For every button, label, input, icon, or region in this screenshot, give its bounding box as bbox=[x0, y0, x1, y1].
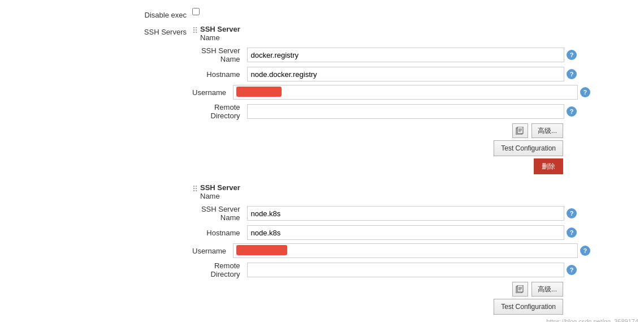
server1-delete-button[interactable]: 删除 bbox=[534, 158, 563, 174]
server2-username-redacted bbox=[236, 245, 287, 255]
server1-remotedir-help-icon[interactable]: ? bbox=[567, 106, 577, 117]
drag-handle-2[interactable]: ⠿ bbox=[192, 184, 198, 194]
server2-section-title1: SSH Server bbox=[200, 183, 240, 192]
file-icon-2 bbox=[516, 285, 525, 293]
server2-name-label: SSH Server Name bbox=[192, 205, 245, 222]
server1-remotedir-label: Remote Directory bbox=[192, 103, 245, 120]
server2-hostname-help-icon[interactable]: ? bbox=[567, 227, 577, 238]
server2-hostname-input[interactable] bbox=[247, 225, 564, 240]
server2-advanced-button[interactable]: 高级... bbox=[531, 282, 563, 297]
server1-icon-button[interactable] bbox=[512, 123, 528, 138]
server1-name-label: SSH Server Name bbox=[192, 46, 245, 63]
server2-username-label: Username bbox=[192, 247, 231, 255]
disable-exec-label: Disable exec bbox=[0, 8, 192, 19]
drag-handle-1[interactable]: ⠿ bbox=[192, 26, 198, 35]
server2-test-button[interactable]: Test Configuration bbox=[494, 299, 563, 315]
server1-username-label: Username bbox=[192, 88, 231, 97]
server1-name-input[interactable] bbox=[247, 48, 564, 62]
server1-test-button[interactable]: Test Configuration bbox=[494, 140, 563, 156]
server2-remotedir-help-icon[interactable]: ? bbox=[567, 265, 577, 275]
server1-advanced-button[interactable]: 高级... bbox=[531, 123, 563, 138]
server1-section-title2: Name bbox=[200, 33, 240, 42]
server1-hostname-help-icon[interactable]: ? bbox=[567, 69, 577, 79]
server1-hostname-label: Hostname bbox=[192, 70, 245, 79]
server1-section-title1: SSH Server bbox=[200, 25, 240, 33]
server2-section-title2: Name bbox=[200, 192, 240, 200]
server2-remotedir-label: Remote Directory bbox=[192, 261, 245, 278]
server2-remotedir-input[interactable] bbox=[247, 263, 564, 277]
server1-username-input[interactable] bbox=[233, 85, 578, 100]
server2-icon-button[interactable] bbox=[512, 282, 528, 297]
ssh-servers-label: SSH Servers bbox=[0, 25, 192, 36]
server2-name-help-icon[interactable]: ? bbox=[567, 208, 577, 218]
server1-name-help-icon[interactable]: ? bbox=[567, 50, 577, 60]
file-icon bbox=[516, 127, 525, 135]
watermark: https://blog.csdn.net/qq_3689174 bbox=[546, 318, 638, 322]
server2-hostname-label: Hostname bbox=[192, 229, 245, 237]
server1-remotedir-input[interactable] bbox=[247, 104, 564, 119]
server2-name-input[interactable] bbox=[247, 206, 564, 221]
server1-username-help-icon[interactable]: ? bbox=[580, 87, 590, 97]
server1-hostname-input[interactable] bbox=[247, 67, 564, 81]
server2-username-help-icon[interactable]: ? bbox=[580, 246, 590, 256]
server1-username-redacted bbox=[236, 87, 282, 97]
disable-exec-checkbox[interactable] bbox=[192, 8, 200, 15]
